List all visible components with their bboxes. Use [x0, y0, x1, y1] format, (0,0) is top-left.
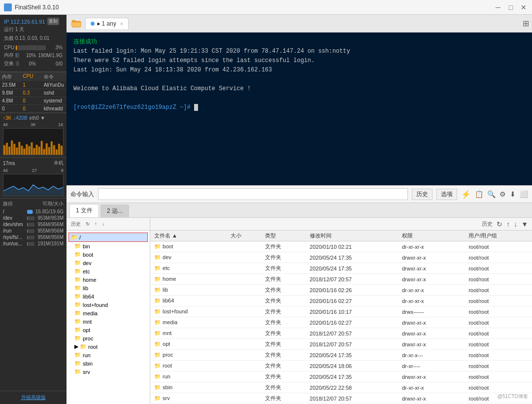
file-size — [227, 317, 261, 328]
file-row[interactable]: 📁 lost+found 文件夹 2020/01/16 10:17 drwx--… — [150, 306, 532, 317]
svg-rect-3 — [11, 140, 13, 155]
file-tabs: 1 文件 2 远... — [66, 203, 532, 218]
upgrade-button[interactable]: 升级高级版 — [21, 395, 46, 400]
file-row[interactable]: 📁 mnt 文件夹 2018/12/07 20:57 drwxr-xr-x ro… — [150, 328, 532, 339]
file-type: 文件夹 — [261, 350, 305, 361]
file-type: 文件夹 — [261, 371, 305, 382]
disk-bar-container — [27, 229, 34, 233]
file-row[interactable]: 📁 etc 文件夹 2020/05/24 17:35 drwxr-xr-x ro… — [150, 263, 532, 274]
file-name: 📁 srv — [150, 393, 227, 404]
settings-icon[interactable]: ⚙ — [499, 190, 506, 198]
command-input[interactable] — [98, 188, 408, 200]
maximize-button[interactable]: □ — [506, 3, 515, 12]
col-perm: 权限 — [398, 231, 465, 241]
file-row[interactable]: 📁 home 文件夹 2018/12/07 20:57 drwxr-xr-x r… — [150, 274, 532, 285]
tree-item[interactable]: 📁 lost+found — [72, 301, 150, 309]
tree-item[interactable]: 📁 mnt — [72, 317, 150, 326]
tree-item[interactable]: 📁 lib64 — [72, 292, 150, 301]
folder-open-icon — [71, 20, 81, 28]
tab-close-button[interactable]: × — [120, 21, 123, 27]
tree-item-label: lib — [83, 285, 88, 291]
disk-size: 956M/956M — [36, 222, 64, 227]
file-size — [227, 274, 261, 285]
file-perm: dr-xr---- — [398, 361, 465, 371]
upload-tree-button[interactable]: ↑ — [93, 221, 99, 227]
watermark: @51CTO博客 — [498, 393, 528, 400]
title-bar-left: FinalShell 3.0.10 — [4, 3, 59, 11]
app-icon — [4, 3, 12, 11]
tree-item[interactable]: 📁 dev — [72, 259, 150, 267]
cpu-row: CPU 3% — [4, 45, 63, 50]
refresh-btn[interactable]: ↻ — [497, 220, 502, 228]
tree-item[interactable]: 📁 lib — [72, 284, 150, 292]
svg-rect-22 — [58, 144, 60, 155]
folder-icon: 📁 — [154, 341, 163, 347]
svg-rect-2 — [8, 147, 10, 155]
file-size — [227, 241, 261, 252]
folder-icon-button[interactable] — [69, 17, 83, 31]
tree-item-label: run — [83, 352, 91, 358]
lightning-icon[interactable]: ⚡ — [461, 190, 471, 199]
tree-item[interactable]: 📁 boot — [72, 250, 150, 259]
file-size — [227, 252, 261, 263]
file-row[interactable]: 📁 proc 文件夹 2020/05/24 17:35 dr-xr-x--- r… — [150, 350, 532, 361]
window-controls[interactable]: ─ □ ✕ — [494, 3, 528, 12]
file-row[interactable]: 📁 run 文件夹 2020/05/24 17:35 drwxr-xr-x ro… — [150, 371, 532, 382]
file-type: 文件夹 — [261, 393, 305, 404]
file-row[interactable]: 📁 lib64 文件夹 2020/01/16 02:27 dr-xr-xr-x … — [150, 296, 532, 306]
file-modified: 2018/12/07 20:57 — [306, 274, 398, 285]
file-tab-2[interactable]: 2 远... — [100, 204, 129, 217]
folder-icon: 📁 — [154, 373, 163, 379]
swap-detail: 0/0 — [38, 61, 63, 67]
fullscreen-icon[interactable]: ⬜ — [520, 190, 528, 198]
file-list-body: 📁 boot 文件夹 2020/01/10 02:21 dr-xr-xr-x r… — [150, 241, 532, 404]
tree-item[interactable]: 📁 bin — [72, 242, 150, 250]
tree-item[interactable]: 📁 home — [72, 275, 150, 284]
file-perm: dr-xr-x--- — [398, 350, 465, 361]
file-tab-1[interactable]: 1 文件 — [69, 204, 99, 217]
minimize-button[interactable]: ─ — [494, 3, 502, 12]
disk-section: 路径 可用/大小 / 16.8G/19.6G /dev 953M/953M /d… — [0, 198, 66, 249]
file-row[interactable]: 📁 dev 文件夹 2020/05/24 17:35 drwxr-xr-x ro… — [150, 252, 532, 263]
options-button[interactable]: 选项 — [436, 189, 457, 200]
file-row[interactable]: 📁 srv 文件夹 2018/12/07 20:57 drwxr-xr-x ro… — [150, 393, 532, 404]
tree-item[interactable]: 📁 sbin — [72, 359, 150, 368]
runtime-label: 运行 1 天 — [4, 26, 63, 33]
terminal[interactable]: 连接成功 Last failed login: Mon May 25 19:21… — [66, 33, 532, 185]
folder-icon: 📁 — [154, 384, 163, 390]
tree-item[interactable]: 📁 media — [72, 309, 150, 317]
tree-item[interactable]: 📁 opt — [72, 326, 150, 334]
active-tab[interactable]: ● 1 any × — [85, 18, 129, 29]
tree-root-item[interactable]: 📁 / — [68, 233, 148, 242]
file-row[interactable]: 📁 media 文件夹 2020/01/16 02:27 drwxr-xr-x … — [150, 317, 532, 328]
file-row[interactable]: 📁 opt 文件夹 2018/12/07 20:57 drwxr-xr-x ro… — [150, 339, 532, 350]
history-tree-button[interactable]: 历史 — [69, 220, 82, 228]
copy-icon[interactable]: 📋 — [475, 190, 483, 198]
file-row[interactable]: 📁 sbin 文件夹 2020/05/22 22:58 dr-xr-xr-x r… — [150, 382, 532, 393]
download-icon[interactable]: ⬇ — [510, 190, 516, 198]
svg-rect-14 — [38, 147, 40, 155]
tree-item[interactable]: 📁 run — [72, 351, 150, 359]
tree-item[interactable]: 📁 proc — [72, 334, 150, 342]
tree-item[interactable]: ▶ 📁 root — [72, 342, 150, 351]
search-icon[interactable]: 🔍 — [487, 190, 496, 198]
file-name: 📁 sbin — [150, 382, 227, 393]
file-row[interactable]: 📁 root 文件夹 2020/05/24 18:06 dr-xr---- ro… — [150, 361, 532, 371]
up-btn[interactable]: ↑ — [506, 220, 510, 228]
file-type: 文件夹 — [261, 274, 305, 285]
download-btn[interactable]: ↓ — [514, 220, 517, 228]
copy-ip-button[interactable]: 复制 — [47, 18, 59, 25]
history-button[interactable]: 历史 — [412, 189, 432, 200]
file-row[interactable]: 📁 lib 文件夹 2020/01/16 02:26 dr-xr-xr-x ro… — [150, 285, 532, 296]
tree-item[interactable]: 📁 srv — [72, 368, 150, 376]
close-button[interactable]: ✕ — [519, 3, 528, 12]
refresh-tree-button[interactable]: ↻ — [84, 221, 91, 227]
file-row[interactable]: 📁 boot 文件夹 2020/01/10 02:21 dr-xr-xr-x r… — [150, 241, 532, 252]
history-btn[interactable]: 历史 — [482, 220, 493, 228]
more-btn[interactable]: ▼ — [521, 220, 528, 228]
proc-mem: 23.5M — [2, 82, 23, 88]
tree-item[interactable]: 📁 etc — [72, 267, 150, 275]
download-tree-button[interactable]: ↓ — [100, 221, 106, 227]
proc-cmd: sshd — [44, 90, 65, 96]
grid-view-icon[interactable]: ⊞ — [523, 19, 529, 28]
